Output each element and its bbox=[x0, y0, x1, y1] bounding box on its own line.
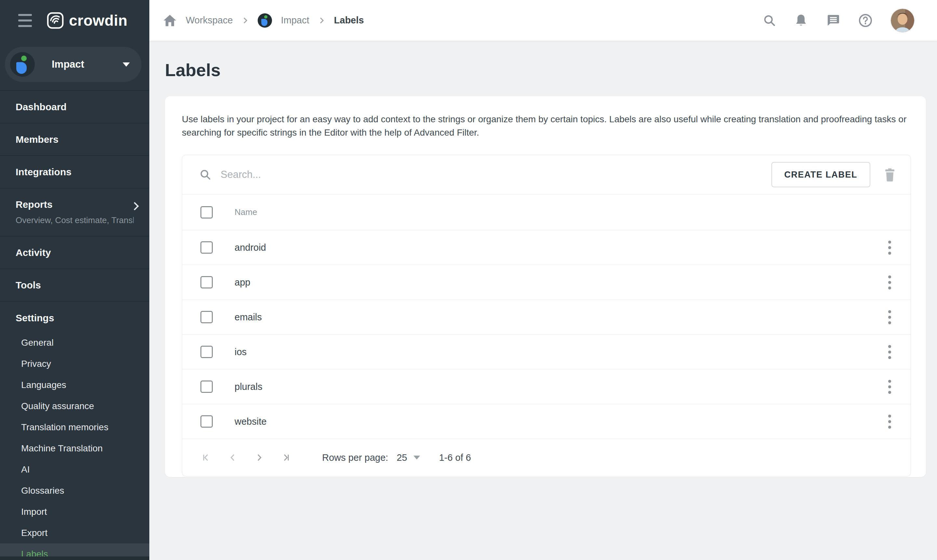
delete-trash-icon[interactable] bbox=[884, 168, 896, 182]
row-checkbox[interactable] bbox=[200, 276, 213, 288]
rows-per-page-label: Rows per page: bbox=[322, 452, 388, 463]
label-name: emails bbox=[234, 312, 262, 323]
table-toolbar: CREATE LABEL bbox=[182, 155, 911, 194]
settings-nav-item[interactable]: Import bbox=[0, 501, 149, 522]
rows-per-page-select[interactable]: 25 bbox=[397, 452, 420, 463]
row-menu-kebab-icon[interactable] bbox=[885, 412, 894, 431]
settings-nav-item[interactable]: Export bbox=[0, 522, 149, 543]
search-icon bbox=[199, 168, 211, 181]
settings-nav-item[interactable]: Privacy bbox=[0, 353, 149, 374]
row-checkbox[interactable] bbox=[200, 241, 213, 254]
sidebar-nav-item[interactable]: Tools bbox=[0, 269, 149, 302]
settings-nav-item[interactable]: Labels bbox=[0, 543, 149, 560]
sidebar-nav-item[interactable]: Dashboard bbox=[0, 91, 149, 123]
breadcrumb-current: Labels bbox=[334, 15, 364, 26]
row-checkbox[interactable] bbox=[200, 311, 213, 323]
page-title: Labels bbox=[165, 60, 926, 80]
breadcrumb-workspace[interactable]: Workspace bbox=[186, 15, 233, 26]
settings-nav: General Privacy Languages Quality assura… bbox=[0, 332, 149, 560]
table-row: app bbox=[182, 265, 911, 300]
settings-nav-item[interactable]: Glossaries bbox=[0, 480, 149, 501]
table-body: android app emails bbox=[182, 230, 911, 439]
label-name: ios bbox=[234, 347, 247, 357]
chevron-down-icon bbox=[123, 62, 130, 67]
notifications-bell-icon[interactable] bbox=[795, 13, 808, 28]
pagination-range: 1-6 of 6 bbox=[439, 452, 471, 463]
table-row: website bbox=[182, 404, 911, 439]
sidebar-header: crowdin bbox=[0, 0, 149, 41]
create-label-button[interactable]: CREATE LABEL bbox=[771, 162, 871, 187]
row-menu-kebab-icon[interactable] bbox=[885, 238, 894, 257]
previous-page-button[interactable] bbox=[225, 449, 241, 466]
breadcrumb-project-avatar bbox=[258, 13, 272, 28]
messages-icon[interactable] bbox=[826, 14, 840, 27]
main-area: Workspace Impact Labels bbox=[149, 0, 937, 560]
table-row: plurals bbox=[182, 369, 911, 404]
topbar: Workspace Impact Labels bbox=[149, 0, 937, 41]
table-row: emails bbox=[182, 300, 911, 334]
table-header-row: Name bbox=[182, 194, 911, 230]
chevron-right-icon bbox=[319, 16, 325, 25]
sidebar-nav-item[interactable]: Members bbox=[0, 123, 149, 156]
row-checkbox[interactable] bbox=[200, 415, 213, 428]
sidebar-nav-item[interactable]: Integrations bbox=[0, 156, 149, 188]
breadcrumb: Workspace Impact Labels bbox=[163, 13, 364, 28]
column-header-name: Name bbox=[234, 207, 257, 217]
chevron-down-icon bbox=[413, 455, 420, 460]
label-name: plurals bbox=[234, 382, 262, 392]
settings-nav-item[interactable]: Translation memories bbox=[0, 417, 149, 438]
row-menu-kebab-icon[interactable] bbox=[885, 308, 894, 327]
settings-nav-item[interactable]: Languages bbox=[0, 374, 149, 395]
first-page-button[interactable] bbox=[198, 449, 214, 466]
settings-nav-item[interactable]: Machine Translation bbox=[0, 438, 149, 459]
pagination: Rows per page: 25 1-6 of 6 bbox=[182, 439, 911, 476]
chevron-right-icon bbox=[242, 16, 248, 25]
crowdin-logo-icon bbox=[47, 12, 64, 29]
row-menu-kebab-icon[interactable] bbox=[885, 273, 894, 292]
table-row: ios bbox=[182, 334, 911, 369]
content: Labels Use labels in your project for an… bbox=[149, 41, 937, 560]
settings-section-header: Settings bbox=[0, 302, 149, 332]
row-menu-kebab-icon[interactable] bbox=[885, 342, 894, 362]
settings-nav-item[interactable]: AI bbox=[0, 459, 149, 480]
settings-nav-item[interactable]: General bbox=[0, 332, 149, 353]
hamburger-menu-icon[interactable] bbox=[18, 14, 32, 27]
label-name: app bbox=[234, 277, 250, 288]
row-menu-kebab-icon[interactable] bbox=[885, 377, 894, 397]
search-input[interactable] bbox=[220, 169, 771, 180]
search-icon[interactable] bbox=[763, 14, 776, 27]
topbar-actions bbox=[763, 9, 914, 32]
sidebar: crowdin Impact Dashboard Members Integra… bbox=[0, 0, 149, 560]
labels-table: CREATE LABEL Name android bbox=[182, 155, 911, 477]
next-page-button[interactable] bbox=[251, 449, 267, 466]
row-checkbox[interactable] bbox=[200, 346, 213, 358]
project-selector[interactable]: Impact bbox=[5, 47, 142, 82]
sidebar-nav-item[interactable]: Reports Overview, Cost estimate, Transl… bbox=[0, 188, 149, 237]
labels-description: Use labels in your project for an easy w… bbox=[182, 112, 909, 139]
crowdin-logo[interactable]: crowdin bbox=[47, 12, 128, 29]
nav-item-subtitle: Overview, Cost estimate, Transl… bbox=[15, 215, 134, 225]
table-row: android bbox=[182, 230, 911, 265]
help-icon[interactable] bbox=[858, 13, 872, 28]
user-avatar[interactable] bbox=[891, 9, 914, 32]
home-icon[interactable] bbox=[163, 14, 177, 27]
sidebar-nav-item[interactable]: Activity bbox=[0, 237, 149, 269]
label-name: website bbox=[234, 416, 267, 427]
settings-nav-item[interactable]: Quality assurance bbox=[0, 395, 149, 417]
select-all-checkbox[interactable] bbox=[200, 206, 213, 218]
last-page-button[interactable] bbox=[278, 449, 294, 466]
sidebar-nav: Dashboard Members Integrations Reports O… bbox=[0, 91, 149, 302]
row-checkbox[interactable] bbox=[200, 380, 213, 393]
project-name: Impact bbox=[52, 58, 84, 70]
labels-card: Use labels in your project for an easy w… bbox=[165, 96, 926, 477]
label-name: android bbox=[234, 242, 266, 253]
project-avatar bbox=[10, 52, 35, 77]
breadcrumb-project[interactable]: Impact bbox=[281, 15, 310, 26]
crowdin-wordmark: crowdin bbox=[69, 12, 128, 29]
